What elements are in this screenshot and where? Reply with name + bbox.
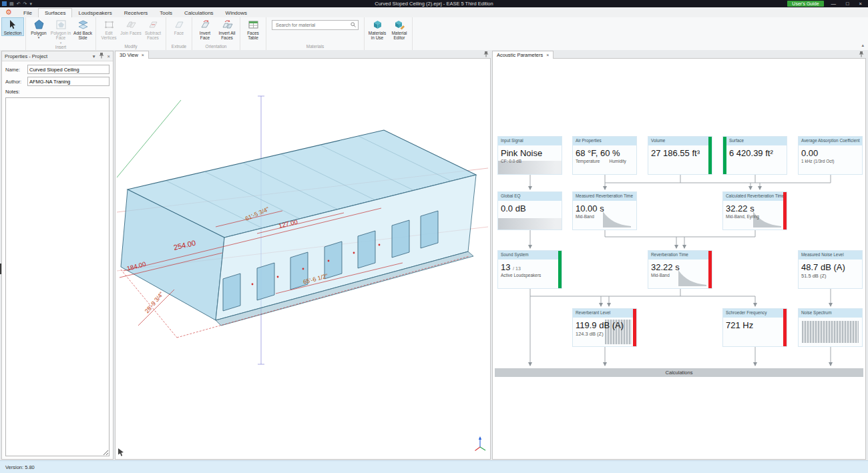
noise-spectrum-graphic [802,321,859,343]
card-noise-spectrum[interactable]: Noise Spectrum [798,308,863,347]
card-sub: 1 kHz (1/3rd Oct) [801,159,834,163]
dimension-label-28ft: 28'-9 3/4" [144,291,165,315]
card-title: Sound System [498,251,562,260]
card-sound-system[interactable]: Sound System 13 / 13 Active Loudspeakers [497,250,562,289]
tab-3d-view[interactable]: 3D View × [115,51,149,59]
window-title: Curved Sloped Ceiling (2).eprj - EASE 5 … [0,1,868,7]
3d-view-tab-close-icon[interactable]: × [142,53,144,57]
card-value: 68 °F, 60 % [573,145,636,158]
card-average-absorption[interactable]: Average Absorption Coefficient 0.00 1 kH… [798,136,863,175]
card-calculated-rt[interactable]: Calculated Reverberation Time 32.22 s Mi… [722,191,787,230]
status-bar-red [783,192,787,229]
3d-viewport[interactable]: 61'-5 3/4" 127.00 254.00 184.00 65'-6 1/… [115,58,491,460]
ribbon-collapse-icon[interactable]: ▴ [861,43,864,48]
status-bar-green [723,137,726,174]
tab-calculations[interactable]: Calculations [178,9,220,17]
polygon-in-face-dropdown-icon: ▾ [60,41,62,45]
settings-gear-icon[interactable]: ⚙ [0,9,17,16]
maximize-button[interactable]: □ [843,1,852,7]
3d-view-area: 3D View × [115,50,491,460]
card-sub: 124.3 dB (Z) [576,331,604,337]
material-search-box[interactable] [272,20,359,30]
tab-loudspeakers[interactable]: Loudspeakers [72,9,118,17]
polygon-icon [33,19,45,30]
minimize-button[interactable]: — [829,1,839,7]
project-notes-field[interactable] [5,97,110,456]
material-editor-label: Material Editor [389,31,410,41]
card-schroeder-frequency[interactable]: Schroeder Frequency 721 Hz [722,308,787,347]
join-faces-button[interactable]: Join Faces [120,18,142,35]
edit-vertices-icon [103,19,115,30]
tab-surfaces[interactable]: Surfaces [38,8,73,17]
card-reverberant-level[interactable]: Reverberant Level 119.9 dB (A) 124.3 dB … [572,308,637,347]
ribbon-group-selection: Selection [0,17,26,50]
selection-button[interactable]: Selection [2,18,23,35]
materials-in-use-button[interactable]: Materials in Use [367,18,388,41]
card-reverberation-time[interactable]: Reverberation Time 32.22 s Mid-Band [648,250,712,289]
card-value: Pink Noise [498,145,562,158]
properties-panel-title: Properties - Project [5,53,47,59]
add-back-side-button[interactable]: Add Back Side [72,18,93,41]
tab-tools[interactable]: Tools [154,9,178,17]
polygon-dropdown-icon[interactable]: ▾ [38,36,40,39]
card-sub: Mid-Band [651,273,670,278]
faces-table-label: Faces Table [242,31,264,41]
calculations-label: Calculations [666,370,693,376]
calculations-bar[interactable]: Calculations [495,368,863,377]
edit-vertices-button[interactable]: Edit Vertices [98,18,120,41]
face-button[interactable]: Face [168,18,190,35]
tab-receivers[interactable]: Receivers [118,9,154,17]
3d-scene[interactable]: 61'-5 3/4" 127.00 254.00 184.00 65'-6 1/… [116,59,490,459]
users-guide-button[interactable]: User's Guide [787,1,823,7]
card-title: Noise Spectrum [799,309,862,318]
card-volume[interactable]: Volume 27 186.55 ft³ [648,136,712,175]
card-measured-rt[interactable]: Measured Reverberation Time 10.00 s Mid-… [572,191,637,230]
panel-menu-chevron-icon[interactable]: ▾ [93,53,95,59]
tab-acoustic-parameters[interactable]: Acoustic Parameters × [492,51,554,59]
polygon-in-face-button[interactable]: Polygon in Face ▾ [50,18,71,45]
faces-table-button[interactable]: Faces Table [242,18,264,41]
quickbar-caret-icon[interactable]: ▾ [29,1,32,6]
card-surface[interactable]: Surface 6 420.39 ft² [722,136,787,175]
card-measured-noise-level[interactable]: Measured Noise Level 48.7 dB (A) 51.5 dB… [798,250,863,289]
polygon-button[interactable]: Polygon ▾ [28,18,49,39]
card-input-signal[interactable]: Input Signal Pink Noise CF: 0.0 dB [497,136,562,175]
invert-all-faces-button[interactable]: Invert All Faces [216,18,238,41]
materials-in-use-label: Materials in Use [367,31,388,41]
edit-vertices-label: Edit Vertices [98,31,120,41]
ribbon-group-insert: Polygon ▾ Polygon in Face ▾ Add Back Sid… [26,17,96,50]
tab-file[interactable]: File [17,9,38,17]
card-title: Surface [723,137,787,145]
acoustic-parameters-panel: Input Signal Pink Noise CF: 0.0 dB Air P… [492,58,866,460]
ribbon: Selection Polygon ▾ Polygon in Face ▾ [0,17,868,51]
acoustic-tab-close-icon[interactable]: × [546,53,549,57]
version-label: Version: 5.80 [5,464,35,470]
tab-windows[interactable]: Windows [220,9,253,17]
ribbon-group-material-tools: Materials in Use Material Editor [365,17,413,50]
undo-icon[interactable]: ↶ [17,1,21,6]
panel-pin-icon[interactable] [99,53,104,60]
panel-close-icon[interactable]: × [107,53,110,59]
card-value: 48.7 dB (A) [799,260,862,272]
search-icon [351,22,356,29]
face-icon [174,19,185,30]
material-editor-button[interactable]: Material Editor [389,18,410,41]
card-global-eq[interactable]: Global EQ 0.0 dB [497,191,562,230]
y-axis-line [117,100,181,177]
invert-face-button[interactable]: Invert Face [194,18,216,41]
card-value: 0.00 [799,145,862,158]
invert-face-label: Invert Face [194,31,216,41]
project-author-field[interactable] [27,77,110,86]
card-value: 32.22 s [723,201,787,213]
save-icon[interactable]: ▤ [9,1,14,6]
material-search-input[interactable] [274,22,351,28]
properties-panel-body: Name: Author: Notes: [2,61,113,459]
card-title: Air Properties [573,137,636,145]
card-title: Schroeder Frequency [723,309,787,318]
subtract-faces-button[interactable]: Subtract Faces [142,18,164,41]
redo-icon[interactable]: ↷ [23,1,27,6]
close-button[interactable]: × [857,1,865,7]
card-air-properties[interactable]: Air Properties 68 °F, 60 % Temperature H… [572,136,637,175]
project-name-field[interactable] [27,65,110,74]
card-value: 27 186.55 ft³ [648,145,712,158]
